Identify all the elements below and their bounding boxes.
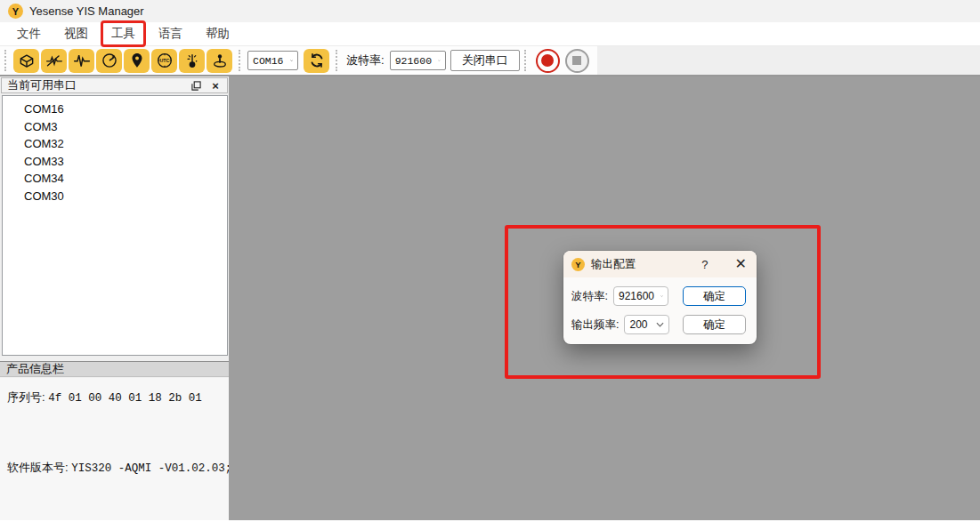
list-item-port[interactable]: COM33 bbox=[3, 153, 227, 171]
app-window: Y Yesense YIS Manager 文件 视图 工具 语言 帮助 bbox=[0, 0, 980, 522]
list-item-port[interactable]: COM32 bbox=[3, 135, 227, 153]
menu-item-view[interactable]: 视图 bbox=[56, 23, 96, 44]
gauge-icon[interactable] bbox=[96, 49, 122, 73]
list-item-port[interactable]: COM34 bbox=[3, 170, 227, 188]
toolbar-groups: UTC COM16 波特率: 921600 关闭串口 bbox=[0, 46, 597, 75]
list-item-port[interactable]: COM3 bbox=[3, 118, 227, 136]
dialog-rate-ok-button[interactable]: 确定 bbox=[683, 315, 746, 334]
app-logo-icon: Y bbox=[8, 4, 23, 19]
thermometer-icon[interactable] bbox=[179, 49, 205, 73]
software-version-value: YIS320 -AQMI -V01.02.03; bbox=[71, 462, 231, 475]
workspace-canvas: Y 输出配置 ? ✕ 波特率: 921600 确定 输出频率: 20 bbox=[229, 76, 980, 520]
dialog-help-button[interactable]: ? bbox=[701, 258, 708, 271]
dialog-baud-value: 921600 bbox=[619, 290, 654, 302]
record-button[interactable] bbox=[536, 49, 560, 73]
software-version-line: 软件版本号: YIS320 -AQMI -V01.02.03; bbox=[7, 460, 231, 476]
dialog-logo-icon: Y bbox=[571, 258, 585, 271]
list-item-port[interactable]: COM30 bbox=[3, 188, 227, 205]
svg-text:UTC: UTC bbox=[159, 58, 169, 63]
dialog-logo-glyph: Y bbox=[575, 260, 580, 269]
cube-3d-icon[interactable] bbox=[13, 49, 39, 73]
product-info-title: 产品信息栏 bbox=[6, 361, 64, 377]
menu-item-file[interactable]: 文件 bbox=[9, 23, 49, 44]
record-icon bbox=[541, 54, 554, 67]
title-bar: Y Yesense YIS Manager bbox=[0, 0, 980, 22]
waveform-angle-icon[interactable] bbox=[41, 49, 67, 73]
chevron-down-icon bbox=[438, 58, 441, 63]
dialog-rate-value: 200 bbox=[629, 318, 647, 331]
list-item-port[interactable]: COM16 bbox=[3, 100, 227, 118]
chevron-down-icon bbox=[656, 322, 664, 327]
toolbar-drag-handle[interactable] bbox=[524, 50, 530, 71]
toolbar: UTC COM16 波特率: 921600 关闭串口 bbox=[0, 46, 980, 76]
toolbar-drag-handle[interactable] bbox=[239, 50, 244, 71]
dock-header: 当前可用串口 × bbox=[1, 77, 228, 93]
dialog-baud-ok-button[interactable]: 确定 bbox=[683, 286, 746, 306]
clock-utc-icon[interactable]: UTC bbox=[151, 49, 177, 73]
toolbar-drag-handle[interactable] bbox=[4, 50, 10, 71]
close-serial-button[interactable]: 关闭串口 bbox=[450, 50, 520, 71]
beacon-icon[interactable] bbox=[207, 49, 232, 73]
dialog-close-icon[interactable]: ✕ bbox=[735, 257, 747, 271]
dialog-title-bar[interactable]: Y 输出配置 ? ✕ bbox=[563, 251, 757, 277]
toolbar-empty-area bbox=[597, 46, 980, 75]
serial-port-dock: 当前可用串口 × COM16COM3COM32COM33COM34COM30 产… bbox=[0, 76, 229, 520]
dialog-rate-label: 输出频率: bbox=[571, 317, 619, 333]
output-config-dialog: Y 输出配置 ? ✕ 波特率: 921600 确定 输出频率: 20 bbox=[563, 251, 757, 344]
toolbar-drag-handle[interactable] bbox=[336, 50, 341, 71]
dialog-baud-select[interactable]: 921600 bbox=[613, 286, 668, 306]
serial-number-value: 4f 01 00 40 01 18 2b 01 bbox=[48, 392, 202, 405]
dock-title: 当前可用串口 bbox=[7, 77, 182, 93]
dialog-title: 输出配置 bbox=[591, 257, 701, 272]
menu-item-language[interactable]: 语言 bbox=[150, 23, 190, 44]
port-list: COM16COM3COM32COM33COM34COM30 bbox=[2, 95, 228, 356]
chevron-down-icon bbox=[290, 58, 293, 63]
dialog-rate-row: 输出频率: 200 确定 bbox=[571, 315, 746, 334]
baud-rate-label: 波特率: bbox=[346, 52, 385, 68]
dialog-rate-select[interactable]: 200 bbox=[624, 315, 669, 334]
menu-item-tools[interactable]: 工具 bbox=[103, 23, 143, 44]
waveform-pulse-icon[interactable] bbox=[69, 49, 94, 73]
dialog-baud-row: 波特率: 921600 确定 bbox=[571, 286, 746, 306]
menu-item-help[interactable]: 帮助 bbox=[198, 23, 238, 44]
baud-rate-select[interactable]: 921600 bbox=[390, 51, 446, 70]
product-info-body: 序列号: 4f 01 00 40 01 18 2b 01 软件版本号: YIS3… bbox=[0, 378, 229, 520]
stop-icon bbox=[572, 56, 581, 65]
menu-bar: 文件 视图 工具 语言 帮助 bbox=[0, 22, 980, 46]
main-area: 当前可用串口 × COM16COM3COM32COM33COM34COM30 产… bbox=[0, 76, 980, 520]
com-port-value: COM16 bbox=[253, 55, 284, 67]
refresh-ports-icon[interactable] bbox=[304, 49, 329, 73]
product-info-header: 产品信息栏 bbox=[0, 361, 229, 377]
location-pin-icon[interactable] bbox=[124, 49, 150, 73]
baud-rate-value: 921600 bbox=[395, 55, 432, 67]
close-panel-icon[interactable]: × bbox=[209, 80, 222, 92]
software-version-label: 软件版本号: bbox=[7, 461, 69, 474]
stop-button[interactable] bbox=[565, 49, 589, 73]
com-port-select[interactable]: COM16 bbox=[247, 51, 298, 70]
float-window-icon[interactable] bbox=[190, 81, 202, 91]
serial-number-label: 序列号: bbox=[7, 390, 45, 404]
window-title: Yesense YIS Manager bbox=[29, 4, 144, 18]
app-logo-glyph: Y bbox=[12, 5, 19, 17]
serial-number-line: 序列号: 4f 01 00 40 01 18 2b 01 bbox=[7, 389, 202, 406]
dialog-baud-label: 波特率: bbox=[571, 289, 608, 304]
chevron-down-icon bbox=[660, 293, 663, 299]
